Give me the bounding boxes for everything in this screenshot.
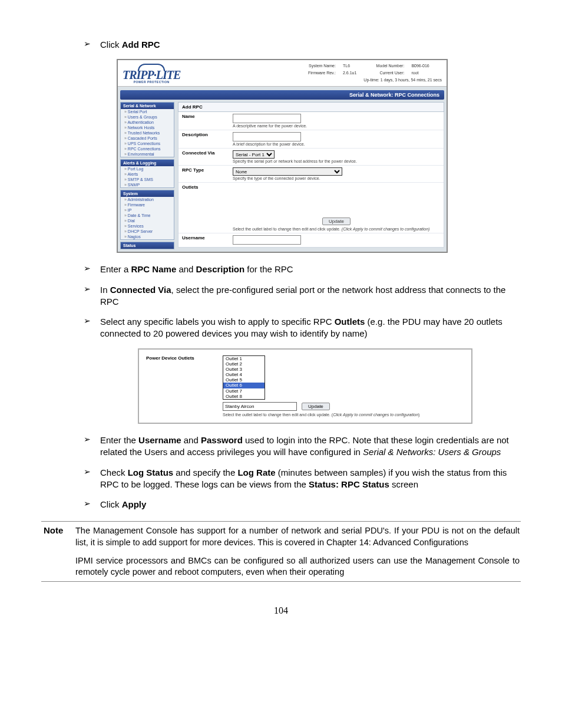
help-text: A descriptive name for the power device. xyxy=(233,124,307,128)
rpc-type-select[interactable]: None xyxy=(233,167,342,176)
sidebar-item[interactable]: Serial Port xyxy=(121,109,174,114)
sidebar-item[interactable]: SMTP & SMS xyxy=(121,177,174,182)
screenshot-rpc-console: TRIPP·LITE POWER PROTECTION System Name:… xyxy=(117,59,448,253)
sidebar-item[interactable]: SNMP xyxy=(121,182,174,187)
sidebar-item[interactable]: Administration xyxy=(121,197,174,202)
help-text: Specify the serial port or network host … xyxy=(233,159,357,163)
sidebar-item[interactable]: Authentication xyxy=(121,120,174,125)
label-description: Description xyxy=(182,132,233,146)
bullet-arrow-icon: ➢ xyxy=(84,499,100,508)
bullet-arrow-icon: ➢ xyxy=(84,284,100,294)
system-info: System Name:TL6 Model Number:B096-016 Fi… xyxy=(308,64,442,84)
outlet-option[interactable]: Outlet 1 xyxy=(223,356,265,361)
label-outlets: Outlets xyxy=(182,185,233,231)
text: Click xyxy=(100,39,122,50)
panel-title: Add RPC xyxy=(178,102,444,112)
update-button[interactable]: Update xyxy=(322,218,351,225)
sidebar-item[interactable]: DHCP Server xyxy=(121,229,174,234)
outlet-listbox[interactable]: Outlet 1Outlet 2Outlet 3Outlet 4Outlet 5… xyxy=(223,355,265,400)
page-number: 104 xyxy=(41,605,521,616)
note-paragraph: The Management Console has support for a… xyxy=(75,525,520,548)
label-power-outlets: Power Device Outlets xyxy=(146,355,212,417)
outlet-update-button[interactable]: Update xyxy=(302,403,330,410)
rpc-name-input[interactable] xyxy=(233,114,301,123)
sidebar-item[interactable]: UPS Connections xyxy=(121,141,174,146)
tripplite-logo: TRIPP·LITE xyxy=(123,64,180,80)
text: Add RPC xyxy=(122,39,160,50)
help-text: A brief description for the power device… xyxy=(233,142,305,146)
rpc-username-input[interactable] xyxy=(233,235,301,245)
label-rpc-type: RPC Type xyxy=(182,167,233,180)
rpc-description-input[interactable] xyxy=(233,132,301,141)
note-paragraph: IPMI service processors and BMCs can be … xyxy=(75,555,520,578)
step-click-apply: ➢ Click Apply xyxy=(84,499,521,510)
bullet-arrow-icon: ➢ xyxy=(84,39,100,48)
step-outlets: ➢ Select any specific labels you wish to… xyxy=(84,316,521,340)
outlet-option[interactable]: Outlet 2 xyxy=(223,361,265,367)
sidebar-item[interactable]: Services xyxy=(121,223,174,229)
sidebar-item[interactable]: Date & Time xyxy=(121,213,174,218)
sidebar-item[interactable]: Users & Groups xyxy=(121,114,174,120)
connected-via-select[interactable]: Serial - Port 1 xyxy=(233,150,275,159)
outlet-option[interactable]: Outlet 7 xyxy=(223,388,265,394)
outlet-option[interactable]: Outlet 6 xyxy=(223,383,265,388)
bullet-arrow-icon: ➢ xyxy=(84,316,100,325)
sidebar-item[interactable]: Dial xyxy=(121,218,174,223)
logo-subtitle: POWER PROTECTION xyxy=(134,80,170,84)
outlet-option[interactable]: Outlet 5 xyxy=(223,377,265,383)
sidebar-item[interactable]: Trusted Networks xyxy=(121,130,174,136)
step-log-status: ➢ Check Log Status and specify the Log R… xyxy=(84,467,521,491)
nav-header: Serial & Network xyxy=(121,103,174,109)
nav-header: System xyxy=(121,190,174,197)
screenshot-power-outlets: Power Device Outlets Outlet 1Outlet 2Out… xyxy=(138,348,472,424)
bullet-arrow-icon: ➢ xyxy=(84,467,100,476)
bullet-arrow-icon: ➢ xyxy=(84,434,100,444)
page-title-bar: Serial & Network: RPC Connections xyxy=(120,90,444,100)
step-enter-name: ➢ Enter a RPC Name and Description for t… xyxy=(84,263,521,275)
sidebar: Serial & Network Serial Port Users & Gro… xyxy=(120,102,174,249)
label-connected-via: Connected Via xyxy=(182,150,233,163)
step-click-add-rpc: ➢ Click Add RPC xyxy=(84,39,521,51)
help-text: Select the outlet label to change then e… xyxy=(223,413,464,417)
outlet-label-input[interactable] xyxy=(223,402,297,411)
sidebar-item[interactable]: Network Hosts xyxy=(121,125,174,130)
sidebar-item[interactable]: Alerts xyxy=(121,172,174,177)
sidebar-item[interactable]: Firmware xyxy=(121,202,174,207)
label-name: Name xyxy=(182,114,233,128)
nav-header: Status xyxy=(121,242,174,249)
sidebar-item[interactable]: Port Log xyxy=(121,166,174,172)
sidebar-item[interactable]: Nagios xyxy=(121,234,174,239)
outlet-option[interactable]: Outlet 3 xyxy=(223,367,265,372)
step-connected-via: ➢ In Connected Via, select the pre-confi… xyxy=(84,284,521,308)
note-block: Note The Management Console has support … xyxy=(41,521,521,582)
nav-header: Alerts & Logging xyxy=(121,160,174,166)
note-label: Note xyxy=(41,525,75,578)
sidebar-item[interactable]: RPC Connections xyxy=(121,146,174,151)
outlet-option[interactable]: Outlet 8 xyxy=(223,394,265,399)
help-text: Specify the type of the connected power … xyxy=(233,176,320,180)
sidebar-item[interactable]: IP xyxy=(121,207,174,213)
label-username: Username xyxy=(182,235,233,245)
bullet-arrow-icon: ➢ xyxy=(84,263,100,273)
step-username: ➢ Enter the Username and Password used t… xyxy=(84,434,521,459)
help-text: Select the outlet label to change then e… xyxy=(233,227,429,231)
sidebar-item[interactable]: Cascaded Ports xyxy=(121,136,174,141)
sidebar-item[interactable]: Environmental xyxy=(121,151,174,157)
outlet-option[interactable]: Outlet 4 xyxy=(223,372,265,377)
